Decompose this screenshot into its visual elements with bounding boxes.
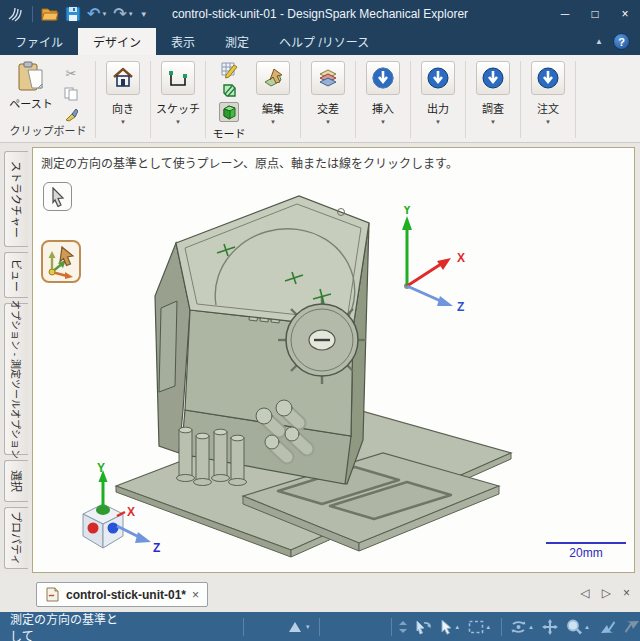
undo-caret-icon[interactable]: ▼ [101,11,107,17]
edit-button[interactable]: 編集 ▼ [249,59,297,140]
paste-label: ペースト [9,95,52,111]
group-divider [95,61,96,138]
detach-panel-button[interactable]: ▼ [288,621,311,633]
solid-mode-icon[interactable] [219,102,239,122]
cursor-icon [440,619,453,635]
menu-tab-measure[interactable]: 測定 [210,28,264,55]
select-undo-icon [414,619,432,635]
sidebar-tab-structure[interactable]: ストラクチャー [4,151,28,247]
previous-view-button[interactable] [600,620,616,634]
close-button[interactable]: × [610,0,640,28]
box-select-button[interactable]: ▲ [468,620,491,634]
format-painter-icon[interactable] [63,107,79,123]
select-tool-button[interactable] [43,182,72,211]
orbit-button[interactable]: ▲ [510,619,534,635]
qat-customize-icon[interactable]: ▼ [140,10,148,19]
section-mode-icon[interactable] [219,81,239,101]
menu-tab-help[interactable]: ヘルプ /リソース [264,28,384,55]
sidebar-tab-options[interactable]: オプション - 測定ツールオプション [4,303,28,455]
edit-arrow-icon [256,61,290,95]
redo-button[interactable]: ↷▼ [113,6,133,22]
document-tab-bar: control-stick-unit-01* × ◁ ▷ × [0,574,640,612]
select-tool-status-button[interactable]: ▲ [440,619,460,635]
zoom-icon [566,619,583,635]
zoom-button[interactable]: ▲ [566,619,590,635]
separator [319,618,320,636]
caret-icon: ▼ [305,624,311,630]
menu-bar: ファイル デザイン 表示 測定 ヘルプ /リソース ▲ ? [0,28,640,55]
previous-view-icon [600,620,616,634]
menu-tab-display[interactable]: 表示 [156,28,210,55]
sketch-mode-icon[interactable] [219,60,239,80]
quick-access-toolbar: ↶▼ ↷▼ ▼ [0,5,148,23]
triad-x-label: X [457,251,465,265]
maximize-button[interactable]: □ [580,0,610,28]
tab-scroll-right-icon[interactable]: ▷ [602,586,611,600]
redo-caret-icon[interactable]: ▼ [128,11,134,17]
investigate-icon [476,61,510,95]
cube-z-label: Z [153,541,160,554]
separator [243,618,244,636]
group-divider [410,61,411,138]
document-tab[interactable]: control-stick-unit-01* × [36,582,208,607]
order-icon [531,61,565,95]
app-logo-icon [6,5,24,23]
pan-icon [542,619,558,635]
sidebar-tab-selection[interactable]: 選択 [4,460,28,502]
caret-icon: ▲ [584,624,590,630]
separator [501,618,502,636]
triangle-icon [288,621,304,633]
sidebar-tab-view[interactable]: ビュー [4,252,28,298]
next-view-icon [624,620,640,634]
minimize-button[interactable]: ─ [550,0,580,28]
group-divider [150,61,151,138]
insert-button[interactable]: 挿入 ▼ [359,59,407,140]
scale-line [546,542,626,544]
pan-button[interactable] [542,619,558,635]
document-close-icon[interactable]: × [192,588,199,602]
intersect-icon [311,61,345,95]
orbit-icon [510,619,527,635]
order-button[interactable]: 注文 ▼ [524,59,572,140]
cube-x-label: X [127,505,135,519]
collapse-ribbon-icon[interactable]: ▲ [595,37,603,46]
3d-viewport[interactable]: 測定の方向の基準として使うプレーン、原点、軸または線をクリックします。 Y X … [32,147,635,573]
group-divider [520,61,521,138]
scale-bar: 20mm [538,542,634,560]
mode-label: モード [213,125,246,141]
group-divider [465,61,466,138]
tab-list-close-icon[interactable]: × [623,586,630,600]
spin-buttons[interactable] [398,620,408,634]
dropdown-icon: ▼ [435,119,441,125]
investigate-button[interactable]: 調査 ▼ [469,59,517,140]
tab-scroll-left-icon[interactable]: ◁ [581,586,590,600]
status-message: 測定の方向の基準として [0,610,123,641]
sketch-button[interactable]: スケッチ ▼ [154,59,202,140]
open-icon[interactable] [41,6,59,22]
sidebar-tab-properties[interactable]: プロパティ [4,507,28,569]
home-icon [106,61,140,95]
caret-icon: ▲ [485,624,491,630]
caret-icon: ▲ [454,624,460,630]
dropdown-icon: ▼ [120,119,126,125]
orient-button[interactable]: 向き ▼ [99,59,147,140]
intersect-button[interactable]: 交差 ▼ [304,59,352,140]
menu-tab-design[interactable]: デザイン [78,28,156,55]
next-view-button[interactable] [624,620,640,634]
output-icon [421,61,455,95]
document-icon [45,587,60,602]
undo-button[interactable]: ↶▼ [87,6,107,22]
menu-tab-file[interactable]: ファイル [0,28,78,55]
title-bar: ↶▼ ↷▼ ▼ control-stick-unit-01 - DesignSp… [0,0,640,28]
save-icon[interactable] [65,6,81,22]
previous-selection-button[interactable] [414,619,432,635]
cut-icon[interactable]: ✂ [63,65,79,81]
side-panel-tabs: ストラクチャー ビュー オプション - 測定ツールオプション 選択 プロパティ … [0,143,30,611]
help-icon[interactable]: ? [613,33,630,50]
clipboard-group: ペースト ✂ クリップボード [4,59,92,140]
output-button[interactable]: 出力 ▼ [414,59,462,140]
sketch-icon [161,61,195,95]
viewport-prompt: 測定の方向の基準として使うプレーン、原点、軸または線をクリックします。 [41,154,458,171]
copy-icon[interactable] [63,86,79,102]
measure-direction-tool-button[interactable] [41,240,81,283]
